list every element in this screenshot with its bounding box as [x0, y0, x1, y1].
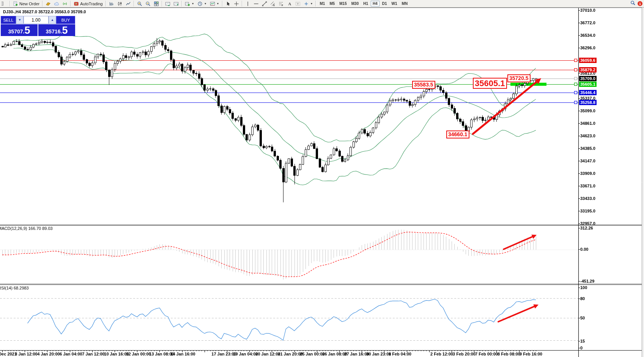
- bar-chart-icon[interactable]: [107, 0, 116, 7]
- timeframe-button-m1[interactable]: M1: [318, 1, 327, 6]
- toolbar-separator: [9, 1, 10, 6]
- toolbar-separator: [162, 1, 162, 6]
- autotrading-button[interactable]: AutoTrading: [72, 0, 104, 7]
- svg-text:A: A: [288, 1, 291, 6]
- toolbar-separator: [222, 1, 223, 6]
- price-annotation-35583[interactable]: 35583.5: [412, 81, 435, 89]
- timeframe-button-mn[interactable]: MN: [400, 1, 410, 6]
- buy-price-big-digit: 5: [62, 25, 68, 36]
- zoom-out-icon[interactable]: [144, 0, 152, 7]
- search-icon[interactable]: [630, 0, 636, 7]
- new-order-button[interactable]: New Order: [11, 0, 41, 7]
- one-click-trading-panel: SELL ▼ ▲ BUY 35707.5 35716.5: [1, 16, 75, 36]
- sell-price-main: 35707.: [8, 27, 25, 36]
- price-annotation-35605[interactable]: 35605.1: [473, 78, 507, 89]
- arrows-icon[interactable]: ▼: [302, 0, 315, 7]
- volume-input[interactable]: [24, 16, 49, 24]
- clipped-icon: [0, 0, 8, 7]
- horizontal-line-icon[interactable]: [252, 0, 260, 7]
- equidistant-channel-icon[interactable]: E: [269, 0, 277, 7]
- line-chart-icon[interactable]: [124, 0, 132, 7]
- signals-icon[interactable]: [61, 0, 69, 7]
- svg-text:T: T: [297, 2, 299, 6]
- tile-windows-icon[interactable]: [152, 0, 161, 7]
- toolbar-separator: [134, 1, 134, 6]
- periods-icon[interactable]: ▼: [196, 0, 208, 7]
- timeframe-button-d1[interactable]: D1: [380, 1, 389, 6]
- main-toolbar: New OrderAutoTrading▼▼▼EFAT▼M1M5M15M30H1…: [0, 0, 644, 8]
- timeframe-button-m15[interactable]: M15: [337, 1, 348, 6]
- metaeditor-icon[interactable]: [44, 0, 52, 7]
- buy-price-main: 35716.: [46, 27, 62, 36]
- price-annotation-35720[interactable]: 35720.5: [507, 74, 531, 82]
- fibonacci-icon[interactable]: F: [277, 0, 285, 7]
- timeframe-button-m5[interactable]: M5: [328, 1, 337, 6]
- new-chart-icon[interactable]: ▼: [183, 0, 196, 7]
- toolbar-separator: [242, 1, 242, 6]
- buy-button[interactable]: BUY: [56, 16, 75, 24]
- timeframe-button-h4[interactable]: H4: [371, 1, 379, 6]
- toolbar-separator: [181, 1, 182, 6]
- sell-button[interactable]: SELL: [1, 16, 16, 24]
- sell-price-button[interactable]: 35707.5: [1, 24, 38, 36]
- buy-price-button[interactable]: 35716.5: [38, 24, 75, 36]
- volume-step-up[interactable]: ▲: [49, 16, 56, 24]
- vertical-line-icon[interactable]: [244, 0, 252, 7]
- sell-price-big-digit: 5: [24, 25, 30, 36]
- timeframe-button-m30[interactable]: M30: [350, 1, 361, 6]
- volume-step-down[interactable]: ▼: [16, 16, 24, 24]
- auto-scroll-icon[interactable]: [164, 0, 172, 7]
- macd-indicator-label: MACD(12,26,9) 166.70 89.03: [0, 226, 53, 231]
- toolbar-separator: [105, 1, 106, 6]
- timeframe-button-h1[interactable]: H1: [361, 1, 370, 6]
- trendline-icon[interactable]: [260, 0, 269, 7]
- text-label-icon[interactable]: T: [294, 0, 302, 7]
- svg-text:F: F: [282, 4, 283, 6]
- chart-title: DJ30-,H4 35627.0 35722.0 35563.0 35709.0: [3, 9, 86, 14]
- text-icon[interactable]: A: [285, 0, 294, 7]
- zoom-in-icon[interactable]: [135, 0, 144, 7]
- templates-icon[interactable]: ▼: [208, 0, 221, 7]
- toolbar-separator: [70, 1, 71, 6]
- chart-shift-icon[interactable]: [172, 0, 180, 7]
- toolbar-separator: [315, 1, 316, 6]
- cursor-icon[interactable]: [224, 0, 232, 7]
- price-annotation-34660[interactable]: 34660.1: [446, 131, 469, 138]
- toolbar-separator: [42, 1, 43, 6]
- crosshair-icon[interactable]: [232, 0, 241, 7]
- candlestick-chart-icon[interactable]: [116, 0, 124, 7]
- rsi-indicator-label: RSI(14) 68.2983: [0, 286, 29, 290]
- chart-canvas[interactable]: [0, 0, 644, 357]
- timeframe-button-w1[interactable]: W1: [390, 1, 399, 6]
- notification-badge[interactable]: 1: [638, 1, 642, 6]
- market-icon[interactable]: [52, 0, 61, 7]
- svg-text:E: E: [273, 4, 275, 6]
